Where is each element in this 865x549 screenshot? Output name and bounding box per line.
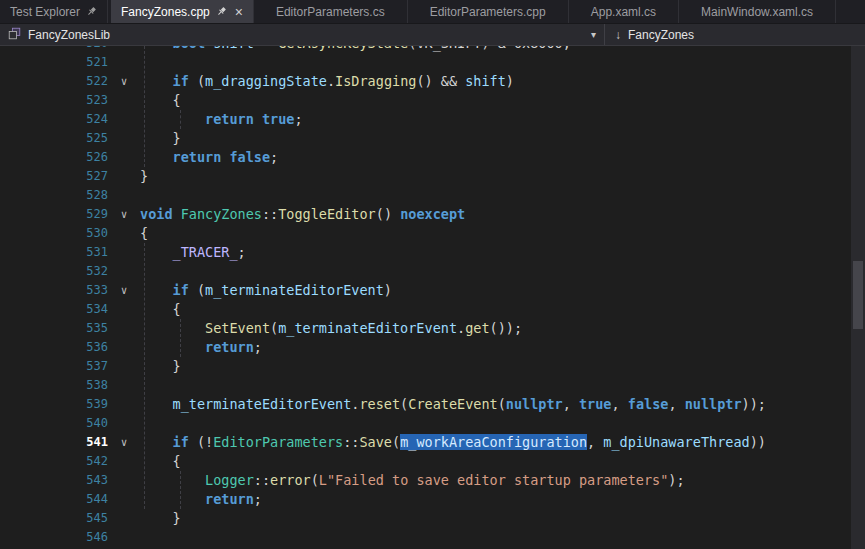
code-editor[interactable]: 520 bool shift = GetAsyncKeyState(VK_SHI… <box>0 46 865 549</box>
code-line[interactable]: 537 } <box>0 357 865 376</box>
code-line[interactable]: 531 _TRACER_; <box>0 243 865 262</box>
fold-chevron-icon[interactable]: ∨ <box>108 433 140 452</box>
fold-margin <box>108 167 140 186</box>
line-number[interactable]: 543 <box>0 471 108 490</box>
fold-chevron-icon[interactable]: ∨ <box>108 72 140 91</box>
code-line[interactable]: 528 <box>0 186 865 205</box>
line-number[interactable]: 530 <box>0 224 108 243</box>
code-line[interactable]: 534 { <box>0 300 865 319</box>
line-number[interactable]: 542 <box>0 452 108 471</box>
code-line[interactable]: 540 <box>0 414 865 433</box>
code-line-text[interactable]: _TRACER_; <box>140 243 246 262</box>
code-line[interactable]: 524 return true; <box>0 110 865 129</box>
line-number[interactable]: 533 <box>0 281 108 300</box>
line-number[interactable]: 541 <box>0 433 108 452</box>
code-line-text[interactable]: if (m_terminateEditorEvent) <box>140 281 392 300</box>
line-number[interactable]: 527 <box>0 167 108 186</box>
code-line[interactable]: 529∨void FancyZones::ToggleEditor() noex… <box>0 205 865 224</box>
code-line-text[interactable]: bool shift = GetAsyncKeyState(VK_SHIFT) … <box>140 46 571 53</box>
code-line-text[interactable]: } <box>140 509 181 528</box>
code-line[interactable]: 527} <box>0 167 865 186</box>
tab-app-xaml-cs[interactable]: App.xaml.cs <box>569 0 679 23</box>
member-dropdown[interactable]: ↓ FancyZones <box>605 24 704 45</box>
tab-mainwindow-xaml-cs[interactable]: MainWindow.xaml.cs <box>679 0 836 23</box>
code-line[interactable]: 542 { <box>0 452 865 471</box>
line-number[interactable]: 534 <box>0 300 108 319</box>
line-number[interactable]: 528 <box>0 186 108 205</box>
code-line[interactable]: 522∨ if (m_draggingState.IsDragging() &&… <box>0 72 865 91</box>
code-line[interactable]: 536 return; <box>0 338 865 357</box>
code-line-text[interactable]: Logger::error(L"Failed to save editor st… <box>140 471 685 490</box>
code-line-text[interactable]: } <box>140 167 148 186</box>
code-line[interactable]: 538 <box>0 376 865 395</box>
chevron-down-icon[interactable]: ▾ <box>591 29 596 40</box>
line-number[interactable]: 535 <box>0 319 108 338</box>
code-line-text[interactable]: return true; <box>140 110 303 129</box>
code-line-text[interactable]: void FancyZones::ToggleEditor() noexcept <box>140 205 465 224</box>
code-line[interactable]: 526 return false; <box>0 148 865 167</box>
code-line[interactable]: 543 Logger::error(L"Failed to save edito… <box>0 471 865 490</box>
vertical-scrollbar[interactable] <box>851 46 865 549</box>
line-number[interactable]: 536 <box>0 338 108 357</box>
code-line-text[interactable]: return false; <box>140 148 278 167</box>
code-token: if <box>173 73 189 89</box>
code-line[interactable]: 532 <box>0 262 865 281</box>
code-line[interactable]: 520 bool shift = GetAsyncKeyState(VK_SHI… <box>0 46 865 53</box>
code-line-text[interactable]: } <box>140 357 181 376</box>
code-line[interactable]: 525 } <box>0 129 865 148</box>
code-line[interactable]: 535 SetEvent(m_terminateEditorEvent.get(… <box>0 319 865 338</box>
code-line-text[interactable]: return; <box>140 490 262 509</box>
line-number[interactable]: 544 <box>0 490 108 509</box>
line-number[interactable]: 539 <box>0 395 108 414</box>
code-line[interactable]: 541∨ if (!EditorParameters::Save(m_workA… <box>0 433 865 452</box>
tab-test-explorer[interactable]: Test Explorer <box>0 0 108 23</box>
fold-margin <box>108 528 140 547</box>
line-number[interactable]: 538 <box>0 376 108 395</box>
code-line-text[interactable]: } <box>140 129 181 148</box>
line-number[interactable]: 537 <box>0 357 108 376</box>
line-number[interactable]: 545 <box>0 509 108 528</box>
code-line-text[interactable]: SetEvent(m_terminateEditorEvent.get()); <box>140 319 522 338</box>
code-line-text[interactable]: if (!EditorParameters::Save(m_workAreaCo… <box>140 433 766 452</box>
code-line-text[interactable]: { <box>140 300 181 319</box>
code-line-text[interactable]: if (m_draggingState.IsDragging() && shif… <box>140 72 514 91</box>
code-line-text[interactable]: { <box>140 91 181 110</box>
pin-icon[interactable] <box>216 6 227 17</box>
project-dropdown[interactable]: FancyZonesLib ▾ <box>0 24 604 45</box>
tab-fancyzones-cpp[interactable]: FancyZones.cpp × <box>111 0 254 23</box>
close-icon[interactable]: × <box>233 5 243 19</box>
fold-margin <box>108 357 140 376</box>
code-line-text[interactable]: { <box>140 224 148 243</box>
line-number[interactable]: 526 <box>0 148 108 167</box>
code-line-text[interactable]: m_terminateEditorEvent.reset(CreateEvent… <box>140 395 766 414</box>
code-line[interactable]: 545 } <box>0 509 865 528</box>
code-line[interactable]: 521 <box>0 53 865 72</box>
code-line[interactable]: 530{ <box>0 224 865 243</box>
fold-chevron-icon[interactable]: ∨ <box>108 205 140 224</box>
line-number[interactable]: 525 <box>0 129 108 148</box>
code-line[interactable]: 523 { <box>0 91 865 110</box>
code-line[interactable]: 546 <box>0 528 865 547</box>
line-number[interactable]: 529 <box>0 205 108 224</box>
scrollbar-thumb[interactable] <box>853 261 863 329</box>
pin-icon[interactable] <box>86 6 97 17</box>
code-line-text[interactable]: return; <box>140 338 262 357</box>
fold-chevron-icon[interactable]: ∨ <box>108 281 140 300</box>
line-number[interactable]: 531 <box>0 243 108 262</box>
line-number[interactable]: 522 <box>0 72 108 91</box>
code-line[interactable]: 544 return; <box>0 490 865 509</box>
tab-editorparameters-cpp[interactable]: EditorParameters.cpp <box>408 0 569 23</box>
line-number[interactable]: 524 <box>0 110 108 129</box>
line-number[interactable]: 540 <box>0 414 108 433</box>
line-number[interactable]: 520 <box>0 46 108 53</box>
tab-label: EditorParameters.cpp <box>430 5 546 19</box>
line-number[interactable]: 521 <box>0 53 108 72</box>
code-line[interactable]: 533∨ if (m_terminateEditorEvent) <box>0 281 865 300</box>
code-token: ; <box>294 111 302 127</box>
line-number[interactable]: 532 <box>0 262 108 281</box>
code-line[interactable]: 539 m_terminateEditorEvent.reset(CreateE… <box>0 395 865 414</box>
line-number[interactable]: 523 <box>0 91 108 110</box>
code-line-text[interactable]: { <box>140 452 181 471</box>
tab-editorparameters-cs[interactable]: EditorParameters.cs <box>254 0 408 23</box>
line-number[interactable]: 546 <box>0 528 108 547</box>
